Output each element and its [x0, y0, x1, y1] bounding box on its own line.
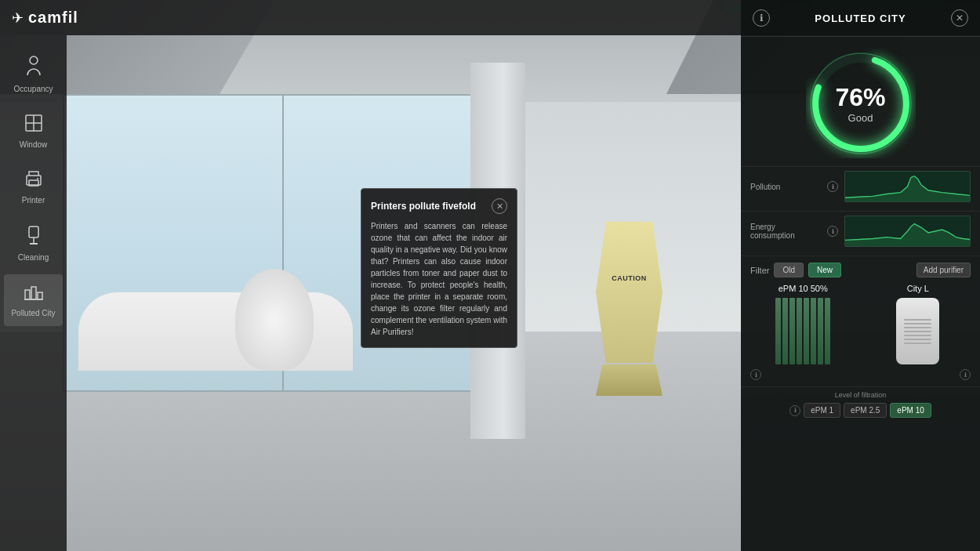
occupancy-icon: [24, 55, 43, 82]
energy-chart: [844, 216, 971, 247]
filter-old-tab[interactable]: Old: [774, 263, 804, 277]
filter-label: Filter: [750, 266, 769, 275]
logo-text: camfil: [28, 9, 78, 27]
sidebar-item-label: Occupancy: [13, 85, 53, 94]
filter-new-tab[interactable]: New: [808, 263, 841, 277]
add-purifier-button[interactable]: Add purifier: [916, 263, 971, 277]
svg-rect-12: [38, 292, 42, 299]
printer-popup: Printers pollute fivefold ✕ Printers and…: [361, 188, 517, 348]
polluted-city-icon: [24, 282, 44, 306]
sidebar-item-polluted-city[interactable]: Polluted City: [4, 274, 63, 326]
caution-base: [596, 364, 662, 396]
filtration-row: ℹ ePM 1 ePM 2.5 ePM 10: [750, 403, 971, 418]
svg-marker-17: [845, 176, 970, 201]
svg-marker-18: [845, 224, 970, 247]
filter-row: Filter Old New Add purifier: [750, 263, 971, 277]
svg-rect-7: [29, 227, 38, 237]
sidebar-item-label: Polluted City: [11, 309, 55, 318]
energy-row: Energy consumption ℹ: [750, 216, 971, 247]
filter-products: ePM 10 50% City L: [750, 284, 971, 364]
filtration-tab-epm10[interactable]: ePM 10: [890, 403, 931, 418]
svg-rect-11: [31, 287, 36, 299]
filtration-tab-epm25[interactable]: ePM 2.5: [844, 403, 887, 418]
svg-point-6: [37, 178, 38, 179]
sidebar-item-printer[interactable]: Printer: [4, 161, 63, 213]
pollution-chart: [844, 171, 971, 202]
purifier-grill: [904, 312, 931, 351]
gauge-percent: 76%: [835, 83, 885, 112]
filter-product-name: ePM 10 50%: [779, 284, 828, 293]
sidebar-item-window[interactable]: Window: [4, 106, 63, 158]
energy-label: Energy consumption: [750, 223, 821, 240]
right-panel: ℹ POLLUTED CITY ✕ 76% Good Pollution ℹ: [741, 0, 980, 551]
popup-body: Printers and scanners can release ozone …: [371, 220, 507, 338]
pollution-info-icon[interactable]: ℹ: [827, 181, 838, 192]
popup-header: Printers pollute fivefold ✕: [371, 198, 507, 214]
cleaning-icon: [25, 225, 42, 250]
filter-info-icon[interactable]: ℹ: [750, 369, 761, 380]
window-icon: [24, 114, 43, 137]
pollution-row: Pollution ℹ: [750, 171, 971, 202]
gauge-label: Good: [835, 112, 885, 124]
filter-section: Filter Old New Add purifier ePM 10 50%: [741, 256, 980, 386]
gauge-container: 76% Good: [741, 37, 980, 166]
popup-title: Printers pollute fivefold: [371, 201, 492, 212]
logo-area: ✈ camfil: [12, 9, 78, 27]
sidebar-item-label: Window: [20, 140, 48, 150]
svg-rect-10: [25, 290, 30, 299]
caution-sign: CAUTION: [596, 222, 666, 394]
logo-icon: ✈: [12, 9, 24, 27]
sidebar-item-label: Printer: [22, 196, 45, 205]
svg-point-0: [30, 56, 38, 64]
energy-chart-section: Energy consumption ℹ: [741, 211, 980, 256]
panel-close-button[interactable]: ✕: [951, 9, 968, 27]
filter-product: ePM 10 50%: [750, 284, 856, 364]
sidebar-item-label: Cleaning: [18, 253, 49, 263]
sidebar-item-occupancy[interactable]: Occupancy: [4, 47, 63, 102]
filter-accordion: [775, 298, 830, 364]
panel-header: ℹ POLLUTED CITY ✕: [741, 0, 980, 37]
purifier-unit: [896, 298, 939, 364]
sidebar-item-cleaning[interactable]: Cleaning: [4, 217, 63, 270]
purifier-product-name: City L: [907, 284, 929, 293]
product-info-row: ℹ ℹ: [750, 369, 971, 380]
filtration-section: Level of filtration ℹ ePM 1 ePM 2.5 ePM …: [741, 386, 980, 424]
filtration-title: Level of filtration: [750, 391, 971, 399]
popup-close-button[interactable]: ✕: [492, 198, 507, 214]
panel-title: POLLUTED CITY: [770, 13, 951, 24]
gauge-center: 76% Good: [835, 83, 885, 124]
printer-icon: [24, 169, 44, 193]
filtration-tab-epm1[interactable]: ePM 1: [804, 403, 840, 418]
sidebar: Occupancy Window Printer: [0, 35, 67, 551]
egg-chair: [235, 269, 314, 371]
pollution-chart-section: Pollution ℹ: [741, 166, 980, 211]
energy-info-icon[interactable]: ℹ: [827, 226, 838, 237]
pollution-label: Pollution: [750, 183, 821, 191]
panel-info-icon[interactable]: ℹ: [753, 9, 770, 27]
filtration-info-icon[interactable]: ℹ: [789, 405, 800, 416]
purifier-info-icon[interactable]: ℹ: [960, 369, 971, 380]
caution-text: CAUTION: [612, 274, 647, 282]
purifier-product: City L: [866, 284, 971, 364]
